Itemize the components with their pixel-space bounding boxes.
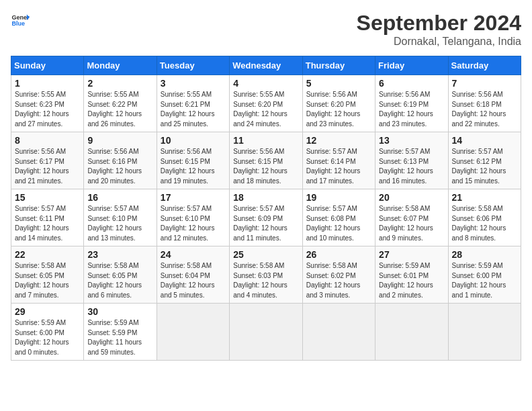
table-cell: 6Sunrise: 5:56 AMSunset: 6:19 PMDaylight… — [375, 75, 448, 132]
table-cell: 7Sunrise: 5:56 AMSunset: 6:18 PMDaylight… — [448, 75, 521, 132]
svg-text:Blue: Blue — [11, 20, 25, 27]
col-thursday: Thursday — [302, 56, 375, 75]
day-number: 26 — [306, 249, 371, 260]
day-number: 27 — [379, 249, 444, 260]
day-info: Sunrise: 5:57 AMSunset: 6:10 PMDaylight:… — [161, 204, 226, 243]
table-cell — [448, 304, 521, 361]
day-number: 24 — [161, 249, 226, 260]
table-cell: 14Sunrise: 5:57 AMSunset: 6:12 PMDayligh… — [448, 132, 521, 189]
table-row: 8Sunrise: 5:56 AMSunset: 6:17 PMDaylight… — [11, 132, 521, 189]
table-cell: 26Sunrise: 5:58 AMSunset: 6:02 PMDayligh… — [302, 246, 375, 304]
day-number: 7 — [452, 78, 517, 89]
day-info: Sunrise: 5:58 AMSunset: 6:07 PMDaylight:… — [379, 204, 444, 243]
day-info: Sunrise: 5:57 AMSunset: 6:14 PMDaylight:… — [306, 147, 371, 186]
day-info: Sunrise: 5:56 AMSunset: 6:20 PMDaylight:… — [306, 90, 371, 129]
day-number: 19 — [306, 192, 371, 203]
day-info: Sunrise: 5:58 AMSunset: 6:02 PMDaylight:… — [306, 261, 371, 300]
day-number: 5 — [306, 78, 371, 89]
table-cell: 15Sunrise: 5:57 AMSunset: 6:11 PMDayligh… — [11, 189, 84, 246]
day-number: 28 — [452, 249, 517, 260]
logo: General Blue — [11, 11, 30, 30]
day-number: 3 — [161, 78, 226, 89]
day-info: Sunrise: 5:55 AMSunset: 6:20 PMDaylight:… — [233, 90, 298, 129]
day-number: 20 — [379, 192, 444, 203]
table-row: 22Sunrise: 5:58 AMSunset: 6:05 PMDayligh… — [11, 246, 521, 304]
day-number: 6 — [379, 78, 444, 89]
table-cell: 29Sunrise: 5:59 AMSunset: 6:00 PMDayligh… — [11, 304, 84, 361]
day-info: Sunrise: 5:57 AMSunset: 6:12 PMDaylight:… — [452, 147, 517, 186]
day-info: Sunrise: 5:59 AMSunset: 5:59 PMDaylight:… — [87, 318, 152, 357]
table-row: 15Sunrise: 5:57 AMSunset: 6:11 PMDayligh… — [11, 189, 521, 246]
day-number: 12 — [306, 135, 371, 146]
table-cell: 28Sunrise: 5:59 AMSunset: 6:00 PMDayligh… — [448, 246, 521, 304]
day-number: 13 — [379, 135, 444, 146]
table-cell: 16Sunrise: 5:57 AMSunset: 6:10 PMDayligh… — [84, 189, 157, 246]
day-number: 14 — [452, 135, 517, 146]
table-cell: 2Sunrise: 5:55 AMSunset: 6:22 PMDaylight… — [84, 75, 157, 132]
table-row: 1Sunrise: 5:55 AMSunset: 6:23 PMDaylight… — [11, 75, 521, 132]
table-cell: 10Sunrise: 5:56 AMSunset: 6:15 PMDayligh… — [157, 132, 229, 189]
day-info: Sunrise: 5:56 AMSunset: 6:16 PMDaylight:… — [87, 147, 152, 186]
table-row: 29Sunrise: 5:59 AMSunset: 6:00 PMDayligh… — [11, 304, 521, 361]
day-number: 9 — [87, 135, 152, 146]
table-cell: 3Sunrise: 5:55 AMSunset: 6:21 PMDaylight… — [157, 75, 229, 132]
day-info: Sunrise: 5:55 AMSunset: 6:23 PMDaylight:… — [15, 90, 80, 129]
title-block: September 2024 Dornakal, Telangana, Indi… — [357, 11, 521, 48]
table-cell: 19Sunrise: 5:57 AMSunset: 6:08 PMDayligh… — [302, 189, 375, 246]
day-number: 11 — [233, 135, 298, 146]
table-cell: 22Sunrise: 5:58 AMSunset: 6:05 PMDayligh… — [11, 246, 84, 304]
day-info: Sunrise: 5:57 AMSunset: 6:10 PMDaylight:… — [87, 204, 152, 243]
day-number: 23 — [87, 249, 152, 260]
day-number: 8 — [15, 135, 80, 146]
day-info: Sunrise: 5:55 AMSunset: 6:21 PMDaylight:… — [161, 90, 226, 129]
day-number: 25 — [233, 249, 298, 260]
day-number: 30 — [87, 306, 152, 317]
table-cell — [302, 304, 375, 361]
day-number: 16 — [87, 192, 152, 203]
table-cell: 17Sunrise: 5:57 AMSunset: 6:10 PMDayligh… — [157, 189, 229, 246]
table-cell: 11Sunrise: 5:56 AMSunset: 6:15 PMDayligh… — [230, 132, 302, 189]
day-number: 1 — [15, 78, 80, 89]
table-cell — [157, 304, 229, 361]
day-info: Sunrise: 5:57 AMSunset: 6:09 PMDaylight:… — [233, 204, 298, 243]
location-subtitle: Dornakal, Telangana, India — [357, 36, 521, 48]
day-number: 10 — [161, 135, 226, 146]
col-tuesday: Tuesday — [157, 56, 229, 75]
day-number: 15 — [15, 192, 80, 203]
day-info: Sunrise: 5:58 AMSunset: 6:03 PMDaylight:… — [233, 261, 298, 300]
table-cell: 23Sunrise: 5:58 AMSunset: 6:05 PMDayligh… — [84, 246, 157, 304]
day-number: 21 — [452, 192, 517, 203]
table-cell: 25Sunrise: 5:58 AMSunset: 6:03 PMDayligh… — [230, 246, 302, 304]
table-cell — [375, 304, 448, 361]
day-number: 18 — [233, 192, 298, 203]
day-info: Sunrise: 5:58 AMSunset: 6:05 PMDaylight:… — [15, 261, 80, 300]
table-cell: 20Sunrise: 5:58 AMSunset: 6:07 PMDayligh… — [375, 189, 448, 246]
table-cell — [230, 304, 302, 361]
table-cell: 4Sunrise: 5:55 AMSunset: 6:20 PMDaylight… — [230, 75, 302, 132]
day-info: Sunrise: 5:55 AMSunset: 6:22 PMDaylight:… — [87, 90, 152, 129]
table-cell: 13Sunrise: 5:57 AMSunset: 6:13 PMDayligh… — [375, 132, 448, 189]
table-cell: 12Sunrise: 5:57 AMSunset: 6:14 PMDayligh… — [302, 132, 375, 189]
header-row: Sunday Monday Tuesday Wednesday Thursday… — [11, 56, 521, 75]
table-cell: 30Sunrise: 5:59 AMSunset: 5:59 PMDayligh… — [84, 304, 157, 361]
table-cell: 1Sunrise: 5:55 AMSunset: 6:23 PMDaylight… — [11, 75, 84, 132]
calendar-table: Sunday Monday Tuesday Wednesday Thursday… — [11, 56, 521, 361]
day-info: Sunrise: 5:58 AMSunset: 6:06 PMDaylight:… — [452, 204, 517, 243]
logo-icon: General Blue — [11, 11, 30, 30]
day-info: Sunrise: 5:59 AMSunset: 6:00 PMDaylight:… — [452, 261, 517, 300]
day-info: Sunrise: 5:56 AMSunset: 6:15 PMDaylight:… — [161, 147, 226, 186]
day-info: Sunrise: 5:56 AMSunset: 6:18 PMDaylight:… — [452, 90, 517, 129]
col-saturday: Saturday — [448, 56, 521, 75]
day-info: Sunrise: 5:58 AMSunset: 6:05 PMDaylight:… — [87, 261, 152, 300]
day-number: 22 — [15, 249, 80, 260]
col-sunday: Sunday — [11, 56, 84, 75]
day-info: Sunrise: 5:58 AMSunset: 6:04 PMDaylight:… — [161, 261, 226, 300]
col-monday: Monday — [84, 56, 157, 75]
day-number: 29 — [15, 306, 80, 317]
col-friday: Friday — [375, 56, 448, 75]
table-cell: 5Sunrise: 5:56 AMSunset: 6:20 PMDaylight… — [302, 75, 375, 132]
table-cell: 18Sunrise: 5:57 AMSunset: 6:09 PMDayligh… — [230, 189, 302, 246]
table-cell: 8Sunrise: 5:56 AMSunset: 6:17 PMDaylight… — [11, 132, 84, 189]
calendar-body: 1Sunrise: 5:55 AMSunset: 6:23 PMDaylight… — [11, 75, 521, 361]
table-cell: 24Sunrise: 5:58 AMSunset: 6:04 PMDayligh… — [157, 246, 229, 304]
